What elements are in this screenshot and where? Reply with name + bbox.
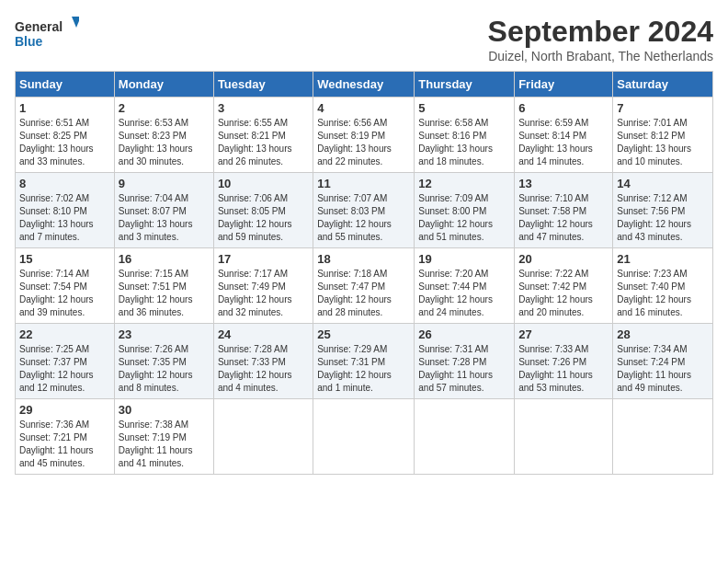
col-friday: Friday [515, 72, 613, 98]
calendar-cell: 14Sunrise: 7:12 AM Sunset: 7:56 PM Dayli… [613, 173, 713, 248]
calendar-table: Sunday Monday Tuesday Wednesday Thursday… [15, 71, 713, 475]
calendar-cell: 28Sunrise: 7:34 AM Sunset: 7:24 PM Dayli… [613, 324, 713, 399]
logo-icon: General Blue [15, 15, 79, 53]
calendar-cell: 4Sunrise: 6:56 AM Sunset: 8:19 PM Daylig… [313, 98, 415, 173]
day-content: Sunrise: 7:18 AM Sunset: 7:47 PM Dayligh… [317, 268, 410, 319]
day-number: 10 [218, 177, 309, 190]
calendar-cell: 6Sunrise: 6:59 AM Sunset: 8:14 PM Daylig… [515, 98, 613, 173]
day-number: 16 [119, 252, 210, 266]
day-number: 20 [518, 252, 609, 266]
calendar-cell [515, 399, 613, 475]
day-number: 2 [119, 101, 210, 115]
col-thursday: Thursday [415, 72, 515, 98]
col-monday: Monday [114, 72, 213, 98]
day-number: 29 [19, 403, 110, 417]
calendar-cell: 29Sunrise: 7:36 AM Sunset: 7:21 PM Dayli… [16, 399, 115, 475]
calendar-cell: 20Sunrise: 7:22 AM Sunset: 7:42 PM Dayli… [515, 248, 613, 324]
day-number: 5 [418, 101, 510, 115]
calendar-cell: 21Sunrise: 7:23 AM Sunset: 7:40 PM Dayli… [613, 248, 713, 324]
calendar-cell: 27Sunrise: 7:33 AM Sunset: 7:26 PM Dayli… [515, 324, 613, 399]
day-number: 13 [518, 177, 609, 190]
day-number: 27 [518, 327, 609, 341]
calendar-cell [415, 399, 515, 475]
day-content: Sunrise: 6:51 AM Sunset: 8:25 PM Dayligh… [19, 117, 110, 168]
calendar-cell: 2Sunrise: 6:53 AM Sunset: 8:23 PM Daylig… [114, 98, 213, 173]
day-content: Sunrise: 7:07 AM Sunset: 8:03 PM Dayligh… [317, 192, 410, 244]
calendar-cell: 19Sunrise: 7:20 AM Sunset: 7:44 PM Dayli… [415, 248, 515, 324]
calendar-cell: 23Sunrise: 7:26 AM Sunset: 7:35 PM Dayli… [114, 324, 213, 399]
day-number: 17 [218, 252, 309, 266]
day-content: Sunrise: 7:02 AM Sunset: 8:10 PM Dayligh… [19, 192, 110, 244]
day-number: 23 [119, 327, 210, 341]
day-number: 18 [317, 252, 410, 266]
col-sunday: Sunday [16, 72, 115, 98]
calendar-cell: 5Sunrise: 6:58 AM Sunset: 8:16 PM Daylig… [415, 98, 515, 173]
calendar-week-row: 1Sunrise: 6:51 AM Sunset: 8:25 PM Daylig… [16, 98, 713, 173]
col-wednesday: Wednesday [313, 72, 415, 98]
title-area: September 2024 Duizel, North Brabant, Th… [488, 15, 713, 63]
calendar-cell: 13Sunrise: 7:10 AM Sunset: 7:58 PM Dayli… [515, 173, 613, 248]
calendar-cell: 26Sunrise: 7:31 AM Sunset: 7:28 PM Dayli… [415, 324, 515, 399]
calendar-cell: 11Sunrise: 7:07 AM Sunset: 8:03 PM Dayli… [313, 173, 415, 248]
day-content: Sunrise: 7:36 AM Sunset: 7:21 PM Dayligh… [19, 419, 110, 470]
calendar-cell: 25Sunrise: 7:29 AM Sunset: 7:31 PM Dayli… [313, 324, 415, 399]
calendar-cell [313, 399, 415, 475]
day-content: Sunrise: 7:33 AM Sunset: 7:26 PM Dayligh… [518, 343, 609, 395]
day-number: 6 [518, 101, 609, 115]
day-content: Sunrise: 7:22 AM Sunset: 7:42 PM Dayligh… [518, 268, 609, 319]
calendar-week-row: 22Sunrise: 7:25 AM Sunset: 7:37 PM Dayli… [16, 324, 713, 399]
logo: General Blue [15, 15, 79, 53]
location: Duizel, North Brabant, The Netherlands [488, 49, 713, 63]
day-content: Sunrise: 7:25 AM Sunset: 7:37 PM Dayligh… [19, 343, 110, 395]
day-number: 15 [19, 252, 110, 266]
day-number: 26 [418, 327, 510, 341]
day-content: Sunrise: 7:38 AM Sunset: 7:19 PM Dayligh… [119, 419, 210, 470]
day-content: Sunrise: 7:14 AM Sunset: 7:54 PM Dayligh… [19, 268, 110, 319]
calendar-cell: 7Sunrise: 7:01 AM Sunset: 8:12 PM Daylig… [613, 98, 713, 173]
day-content: Sunrise: 7:01 AM Sunset: 8:12 PM Dayligh… [617, 117, 709, 168]
day-number: 14 [617, 177, 709, 190]
svg-marker-2 [72, 17, 79, 28]
day-content: Sunrise: 6:56 AM Sunset: 8:19 PM Dayligh… [317, 117, 410, 168]
day-content: Sunrise: 7:17 AM Sunset: 7:49 PM Dayligh… [218, 268, 309, 319]
calendar-cell: 3Sunrise: 6:55 AM Sunset: 8:21 PM Daylig… [213, 98, 313, 173]
day-content: Sunrise: 7:06 AM Sunset: 8:05 PM Dayligh… [218, 192, 309, 244]
calendar-cell: 15Sunrise: 7:14 AM Sunset: 7:54 PM Dayli… [16, 248, 115, 324]
calendar-cell: 22Sunrise: 7:25 AM Sunset: 7:37 PM Dayli… [16, 324, 115, 399]
calendar-week-row: 29Sunrise: 7:36 AM Sunset: 7:21 PM Dayli… [16, 399, 713, 475]
day-number: 8 [19, 177, 110, 190]
day-number: 4 [317, 101, 410, 115]
day-content: Sunrise: 7:04 AM Sunset: 8:07 PM Dayligh… [119, 192, 210, 244]
day-content: Sunrise: 7:28 AM Sunset: 7:33 PM Dayligh… [218, 343, 309, 395]
svg-text:Blue: Blue [15, 34, 43, 49]
day-content: Sunrise: 7:26 AM Sunset: 7:35 PM Dayligh… [119, 343, 210, 395]
day-number: 25 [317, 327, 410, 341]
col-tuesday: Tuesday [213, 72, 313, 98]
svg-text:General: General [15, 19, 63, 34]
calendar-cell: 1Sunrise: 6:51 AM Sunset: 8:25 PM Daylig… [16, 98, 115, 173]
day-content: Sunrise: 6:55 AM Sunset: 8:21 PM Dayligh… [218, 117, 309, 168]
month-title: September 2024 [488, 15, 713, 49]
calendar-cell [213, 399, 313, 475]
day-number: 7 [617, 101, 709, 115]
day-number: 12 [418, 177, 510, 190]
day-content: Sunrise: 7:31 AM Sunset: 7:28 PM Dayligh… [418, 343, 510, 395]
day-number: 21 [617, 252, 709, 266]
col-saturday: Saturday [613, 72, 713, 98]
day-number: 9 [119, 177, 210, 190]
day-content: Sunrise: 6:53 AM Sunset: 8:23 PM Dayligh… [119, 117, 210, 168]
day-number: 19 [418, 252, 510, 266]
day-number: 1 [19, 101, 110, 115]
day-content: Sunrise: 7:09 AM Sunset: 8:00 PM Dayligh… [418, 192, 510, 244]
calendar-cell: 10Sunrise: 7:06 AM Sunset: 8:05 PM Dayli… [213, 173, 313, 248]
calendar-cell: 30Sunrise: 7:38 AM Sunset: 7:19 PM Dayli… [114, 399, 213, 475]
calendar-week-row: 15Sunrise: 7:14 AM Sunset: 7:54 PM Dayli… [16, 248, 713, 324]
day-content: Sunrise: 6:58 AM Sunset: 8:16 PM Dayligh… [418, 117, 510, 168]
header-row: Sunday Monday Tuesday Wednesday Thursday… [16, 72, 713, 98]
calendar-cell: 24Sunrise: 7:28 AM Sunset: 7:33 PM Dayli… [213, 324, 313, 399]
calendar-cell: 9Sunrise: 7:04 AM Sunset: 8:07 PM Daylig… [114, 173, 213, 248]
day-content: Sunrise: 7:34 AM Sunset: 7:24 PM Dayligh… [617, 343, 709, 395]
day-number: 3 [218, 101, 309, 115]
calendar-week-row: 8Sunrise: 7:02 AM Sunset: 8:10 PM Daylig… [16, 173, 713, 248]
calendar-cell: 16Sunrise: 7:15 AM Sunset: 7:51 PM Dayli… [114, 248, 213, 324]
